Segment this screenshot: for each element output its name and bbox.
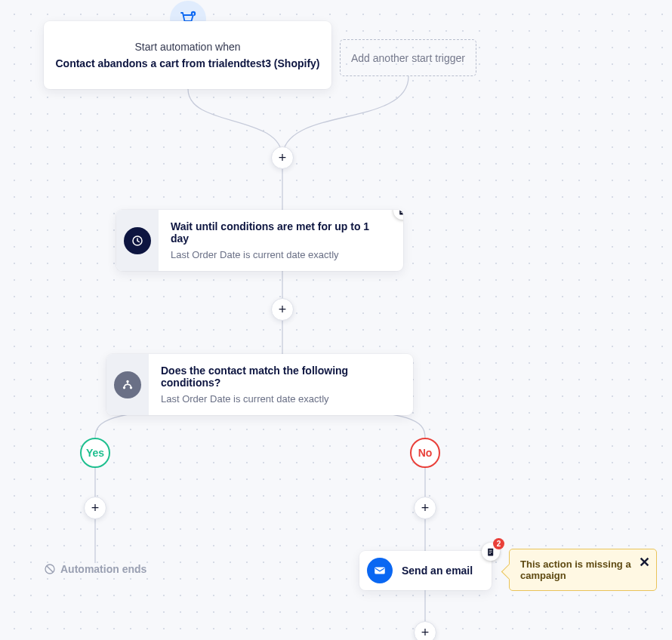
- condition-title: Does the contact match the following con…: [161, 365, 399, 389]
- email-icon: [367, 558, 393, 583]
- plus-icon: +: [421, 500, 430, 516]
- condition-icon-pane: [106, 354, 149, 415]
- tooltip-text: This action is missing a campaign: [520, 558, 631, 581]
- plus-icon: +: [421, 625, 430, 641]
- svg-point-10: [126, 380, 128, 382]
- branch-yes[interactable]: Yes: [80, 438, 110, 468]
- wait-title: Wait until conditions are met for up to …: [171, 220, 390, 245]
- clock-icon: [124, 227, 151, 254]
- svg-rect-19: [489, 553, 490, 554]
- email-badge-count: 2: [493, 538, 504, 549]
- wait-icon-pane: [116, 210, 159, 271]
- warning-tooltip: This action is missing a campaign ✕: [509, 549, 657, 591]
- condition-node[interactable]: Does the contact match the following con…: [106, 354, 413, 415]
- plus-icon: +: [91, 500, 100, 516]
- branch-yes-label: Yes: [86, 447, 104, 459]
- trigger-subtitle: Start automation when: [44, 41, 331, 53]
- branch-no[interactable]: No: [410, 438, 440, 468]
- add-trigger-button[interactable]: Add another start trigger: [340, 39, 476, 76]
- stop-icon: [44, 563, 56, 575]
- add-step-yes[interactable]: +: [84, 497, 106, 519]
- email-error-badge[interactable]: 2: [482, 543, 500, 561]
- ends-label: Automation ends: [60, 563, 146, 575]
- svg-rect-4: [193, 14, 194, 16]
- canvas-background: [0, 0, 672, 640]
- automation-ends: Automation ends: [44, 563, 146, 575]
- add-trigger-label: Add another start trigger: [351, 52, 465, 64]
- wait-node[interactable]: Wait until conditions are met for up to …: [116, 210, 403, 271]
- svg-rect-17: [489, 549, 492, 550]
- branch-no-label: No: [418, 447, 433, 459]
- add-step-no[interactable]: +: [414, 497, 436, 519]
- plus-icon: +: [279, 150, 287, 166]
- email-node[interactable]: Send an email 2: [359, 551, 492, 590]
- note-icon: [486, 547, 496, 557]
- close-icon[interactable]: ✕: [639, 555, 650, 569]
- svg-point-11: [123, 386, 125, 389]
- svg-rect-18: [489, 551, 492, 552]
- add-step-after-email[interactable]: +: [414, 621, 436, 640]
- plus-icon: +: [279, 302, 287, 318]
- condition-subtitle: Last Order Date is current date exactly: [161, 393, 399, 405]
- svg-line-14: [47, 566, 53, 572]
- branch-icon: [114, 371, 141, 398]
- svg-point-12: [130, 386, 132, 389]
- add-step-button-2[interactable]: +: [271, 298, 294, 321]
- wait-subtitle: Last Order Date is current date exactly: [171, 249, 390, 260]
- svg-rect-9: [400, 212, 402, 213]
- trigger-node[interactable]: Start automation when Contact abandons a…: [44, 21, 331, 89]
- email-title: Send an email: [402, 565, 473, 577]
- trigger-title: Contact abandons a cart from trialendtes…: [44, 57, 331, 69]
- add-step-button-1[interactable]: +: [271, 146, 294, 169]
